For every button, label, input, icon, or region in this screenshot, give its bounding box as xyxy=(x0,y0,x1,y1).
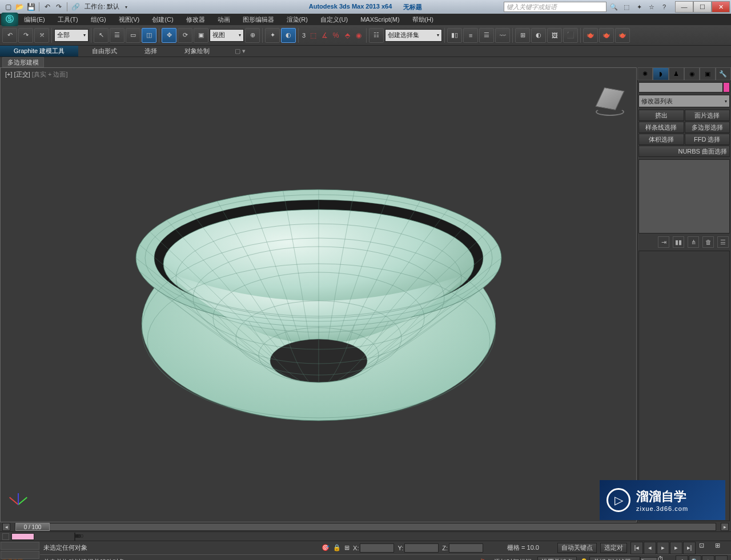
viewcube[interactable] xyxy=(593,84,627,118)
hierarchy-tab-icon[interactable]: ♟ xyxy=(669,67,684,80)
close-button[interactable]: ✕ xyxy=(712,1,730,13)
save-icon[interactable]: 💾 xyxy=(26,2,35,11)
menu-group[interactable]: 组(G) xyxy=(87,14,110,25)
named-sel-icon[interactable]: ☷ xyxy=(369,28,384,43)
link-icon[interactable]: 🔗 xyxy=(71,2,80,11)
addtime-label[interactable]: 添加时间标记 xyxy=(494,558,532,561)
modbtn-splinesel[interactable]: 样条线选择 xyxy=(638,122,684,133)
menu-views[interactable]: 视图(V) xyxy=(115,14,143,25)
unique-icon[interactable]: ⋔ xyxy=(688,236,699,248)
ribbon-paint[interactable]: 对象绘制 xyxy=(171,46,223,57)
render-frame-button[interactable]: ⬛ xyxy=(563,28,578,43)
time-config-icon[interactable]: ⏱ xyxy=(657,555,670,560)
modbtn-volsel[interactable]: 体积选择 xyxy=(638,134,684,145)
select-button[interactable]: ↖ xyxy=(94,28,109,43)
select-window-button[interactable]: ◫ xyxy=(142,28,156,43)
subtab-polymodel[interactable]: 多边形建模 xyxy=(2,57,44,67)
quick-render-button[interactable]: 🫖 xyxy=(583,28,598,43)
keyfilter-button[interactable]: 关键点过滤器... xyxy=(589,557,640,560)
manip-button[interactable]: ✦ xyxy=(265,28,280,43)
lock2-icon[interactable]: 🔒 xyxy=(333,544,341,551)
material-button[interactable]: ◐ xyxy=(531,28,546,43)
color-swatch[interactable] xyxy=(723,82,730,92)
schematic-button[interactable]: ⊞ xyxy=(515,28,530,43)
viewport-label[interactable]: [+] [正交] [真实 + 边面] xyxy=(5,70,67,79)
redo-icon[interactable]: ↷ xyxy=(54,2,63,11)
modbtn-patchsel[interactable]: 面片选择 xyxy=(685,110,730,121)
menu-animation[interactable]: 动画 xyxy=(214,14,234,25)
trackbar-toggle-icon[interactable] xyxy=(2,533,9,540)
filter-combo[interactable]: 全部▾ xyxy=(54,29,89,42)
configure-icon[interactable]: ☰ xyxy=(717,236,729,248)
modifier-list-combo[interactable]: 修改器列表▾ xyxy=(638,95,730,107)
render-setup-button[interactable]: 🖼 xyxy=(547,28,562,43)
modbtn-ffdsel[interactable]: FFD 选择 xyxy=(685,134,730,145)
orbit-snap-icon[interactable]: ◉ xyxy=(354,30,364,41)
display-tab-icon[interactable]: ▣ xyxy=(700,67,715,80)
teapot2-button[interactable]: 🫖 xyxy=(615,28,630,43)
lock-icon[interactable]: 🎯 xyxy=(322,544,330,551)
mirror-button[interactable]: ▮▯ xyxy=(447,28,462,43)
namedsel-combo[interactable]: 创建选择集▾ xyxy=(385,29,442,42)
help-icon[interactable]: ? xyxy=(659,2,669,12)
time-slider-track[interactable]: 0 / 100 xyxy=(15,523,716,531)
exchange-icon[interactable]: ⬚ xyxy=(621,2,632,12)
menu-create[interactable]: 创建(C) xyxy=(148,14,176,25)
ribbon-expand-icon[interactable]: ▢ ▾ xyxy=(235,46,246,57)
keymode-button[interactable]: ◐ xyxy=(281,28,296,43)
autokey-button[interactable]: 自动关键点 xyxy=(557,543,597,553)
z-input[interactable] xyxy=(449,543,483,553)
curve-editor-button[interactable]: 〰 xyxy=(495,28,510,43)
tag-icon[interactable]: 🔖 xyxy=(480,558,488,561)
frame-input[interactable] xyxy=(640,557,657,560)
viewport[interactable]: [+] [正交] [真实 + 边面] xyxy=(0,67,637,522)
search-icon[interactable]: 🔍 xyxy=(609,2,619,12)
modifier-stack[interactable] xyxy=(638,159,730,233)
create-tab-icon[interactable]: ✺ xyxy=(637,67,653,80)
rotate-button[interactable]: ⟳ xyxy=(178,28,192,43)
maximize-button[interactable]: ☐ xyxy=(693,1,712,13)
new-icon[interactable]: ▢ xyxy=(3,2,13,11)
open-icon[interactable]: 📂 xyxy=(15,2,24,11)
select-rect-button[interactable]: ▭ xyxy=(126,28,140,43)
goto-start-icon[interactable]: |◂ xyxy=(630,542,643,554)
search-input[interactable]: 键入关键字或短语 xyxy=(504,2,607,12)
modbtn-extrude[interactable]: 挤出 xyxy=(638,110,684,121)
abs-icon[interactable]: ⊞ xyxy=(344,544,350,551)
select-name-button[interactable]: ☰ xyxy=(110,28,124,43)
pin-stack-icon[interactable]: ⇥ xyxy=(658,236,669,248)
menu-edit[interactable]: 编辑(E) xyxy=(21,14,49,25)
motion-tab-icon[interactable]: ◉ xyxy=(684,67,700,80)
time-slider-thumb[interactable]: 0 / 100 xyxy=(15,523,50,531)
xview-icon[interactable]: ⊞ xyxy=(715,542,728,554)
utilities-tab-icon[interactable]: 🔧 xyxy=(716,67,731,80)
menu-rendering[interactable]: 渲染(R) xyxy=(283,14,311,25)
orbit-icon[interactable]: ⟳ xyxy=(702,555,714,560)
snap-icon[interactable]: ⬚ xyxy=(308,30,318,41)
teapot-button[interactable]: 🫖 xyxy=(599,28,614,43)
remove-mod-icon[interactable]: 🗑 xyxy=(702,236,714,248)
angle-snap-icon[interactable]: ∡ xyxy=(319,30,330,41)
prev-frame-icon[interactable]: ◂ xyxy=(644,542,656,554)
app-icon[interactable]: Ⓢ xyxy=(1,13,18,26)
next-frame-icon[interactable]: ▸ xyxy=(670,542,682,554)
menu-customize[interactable]: 自定义(U) xyxy=(317,14,351,25)
pan-icon[interactable]: ✥ xyxy=(676,555,688,560)
time-next-button[interactable]: ▸ xyxy=(721,523,729,531)
model-bowl[interactable] xyxy=(124,164,513,426)
script-mini-listener[interactable] xyxy=(1,542,39,550)
time-ruler[interactable]: 0510152025303540455055606570758085909510… xyxy=(74,533,75,541)
modbtn-nurbssel[interactable]: NURBS 曲面选择 xyxy=(638,146,730,157)
y-input[interactable] xyxy=(404,543,439,553)
ribbon-freeform[interactable]: 自由形式 xyxy=(78,46,131,57)
isolate-icon[interactable]: ⊡ xyxy=(699,542,712,554)
menu-maxscript[interactable]: MAXScript(M) xyxy=(357,15,403,24)
align-button[interactable]: ≡ xyxy=(463,28,478,43)
pivot-button[interactable]: ⊕ xyxy=(245,28,260,43)
goto-end-icon[interactable]: ▸| xyxy=(683,542,696,554)
play-icon[interactable]: ▸ xyxy=(657,542,669,554)
modify-tab-icon[interactable]: ◗ xyxy=(653,67,668,80)
percent-snap-icon[interactable]: % xyxy=(331,30,341,41)
refcoord-combo[interactable]: 视图▾ xyxy=(210,29,244,42)
key-icon[interactable]: 🔑 xyxy=(579,558,587,561)
